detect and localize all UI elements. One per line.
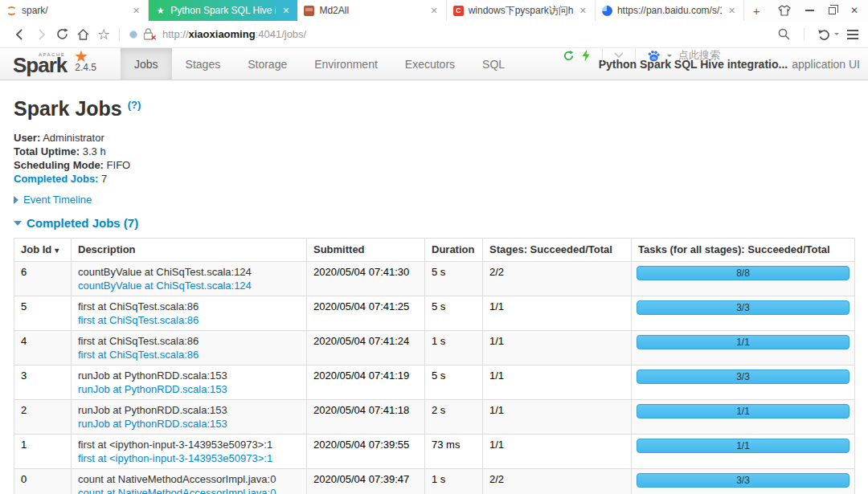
job-description-link[interactable]: runJob at PythonRDD.scala:153 [78,382,300,396]
home-button[interactable] [72,24,93,45]
job-id-cell: 1 [14,435,72,469]
site-info-icon[interactable] [129,31,137,39]
nav-item-jobs[interactable]: Jobs [121,48,172,80]
undo-caret-icon[interactable] [834,33,839,35]
nav-item-stages[interactable]: Stages [172,48,235,80]
job-submitted-cell: 2020/05/04 07:39:55 [307,435,425,469]
job-description-cell: runJob at PythonRDD.scala:153 runJob at … [72,365,307,400]
baidu-paw-icon[interactable]: du [647,49,661,62]
job-id-cell: 6 [14,262,72,296]
expanded-arrow-icon [14,221,22,226]
event-timeline-toggle[interactable]: Event Timeline [14,194,854,206]
tab-title: spark/ [22,5,126,16]
tasks-progress-bar: 8/8 [637,266,850,280]
job-duration-cell: 5 s [425,365,483,400]
tab-spark-app-active[interactable]: ★ Python Spark SQL Hive integ ✕ [149,0,297,21]
page-title: Spark Jobs (?) [14,97,854,120]
job-description-link[interactable]: first at <ipython-input-3-143953e50973>:… [78,451,300,465]
divider [635,49,636,62]
header-description[interactable]: Description [72,239,307,262]
spark-logo[interactable]: APACHE Spark ★ 2.4.5 [0,48,121,80]
job-duration-cell: 5 s [425,296,483,331]
job-duration-cell: 2 s [425,400,483,435]
tasks-progress-bar: 3/3 [637,300,850,315]
completed-jobs-link[interactable]: Completed Jobs: [14,173,98,185]
job-description-link[interactable]: first at ChiSqTest.scala:86 [78,348,300,361]
chevron-down-icon[interactable] [614,52,624,59]
tab-close-icon[interactable]: ✕ [578,6,588,16]
header-job-id[interactable]: Job Id▾ [14,239,72,262]
tab-baidu-pan[interactable]: https://pan.baidu.com/s/1XI ✕ [596,0,744,21]
undo-history-icon[interactable] [817,28,839,41]
new-tab-button[interactable]: + [744,0,768,21]
url-path: :4041/jobs/ [256,28,307,40]
tasks-progress-bar: 1/1 [637,439,850,453]
refresh-button[interactable] [51,24,72,45]
info-total-uptime: Total Uptime: 3.3 h [14,145,854,158]
job-description-cell: count at NativeMethodAccessorImpl.java:0… [72,469,307,494]
back-button[interactable] [10,24,31,45]
job-row: 0 count at NativeMethodAccessorImpl.java… [14,469,855,494]
job-row: 3 runJob at PythonRDD.scala:153 runJob a… [14,365,855,400]
job-row: 6 countByValue at ChiSqTest.scala:124 co… [14,262,855,296]
speed-bolt-icon[interactable] [581,49,591,62]
job-id-cell: 2 [14,400,72,435]
job-description-cell: runJob at PythonRDD.scala:153 runJob at … [72,400,307,435]
header-tasks[interactable]: Tasks (for all stages): Succeeded/Total [632,239,855,262]
job-description-link[interactable]: first at ChiSqTest.scala:86 [78,313,300,327]
translate-refresh-icon[interactable] [563,50,575,62]
baidu-caret-icon[interactable] [667,55,672,57]
nav-item-storage[interactable]: Storage [234,48,301,80]
completed-jobs-section-toggle[interactable]: Completed Jobs (7) [14,216,854,230]
tab-csdn[interactable]: C windows下pyspark访问hive所 ✕ [447,0,596,21]
job-tasks-cell: 3/3 [632,365,855,400]
close-window-button[interactable]: ✕ [850,5,858,16]
job-stages-cell: 2/2 [483,469,632,494]
url-host: xiaoxiaoming [189,28,256,40]
nav-item-sql[interactable]: SQL [469,48,518,80]
tab-close-icon[interactable]: ✕ [131,6,141,16]
baidu-pan-favicon-icon [602,6,612,16]
search-icon[interactable] [777,27,791,41]
job-stages-cell: 1/1 [483,331,632,365]
skin-theme-icon[interactable] [778,5,791,16]
minimize-button[interactable] [805,10,814,11]
search-hint[interactable]: 点此搜索 [678,48,720,63]
address-bar-middle-tools: du 点此搜索 [563,42,720,69]
url-zone[interactable]: ✕ http://xiaoxiaoming:4041/jobs/ [129,28,306,40]
help-link[interactable]: (?) [128,99,141,111]
collapsed-arrow-icon [14,196,18,204]
nav-item-executors[interactable]: Executors [391,48,469,80]
job-stages-cell: 1/1 [483,365,632,400]
spark-navbar: APACHE Spark ★ 2.4.5 Jobs Stages Storage… [0,48,868,80]
job-duration-cell: 1 s [425,469,483,494]
job-id-cell: 3 [14,365,72,400]
restore-button[interactable] [829,7,836,14]
header-submitted[interactable]: Submitted [307,239,425,262]
tab-close-icon[interactable]: ✕ [280,6,291,16]
job-description-link[interactable]: runJob at PythonRDD.scala:153 [78,417,300,431]
header-stages[interactable]: Stages: Succeeded/Total [483,239,632,262]
tab-close-icon[interactable]: ✕ [428,6,439,16]
header-duration[interactable]: Duration [425,239,483,262]
tab-spark[interactable]: spark/ ✕ [0,0,149,21]
bookmark-star-icon[interactable]: ☆ [93,24,114,45]
job-id-cell: 4 [14,331,72,365]
job-description-link[interactable]: countByValue at ChiSqTest.scala:124 [78,279,300,292]
menu-hamburger-icon[interactable] [847,30,858,39]
address-bar-right-tools [777,27,858,41]
page-content: Spark Jobs (?) User: Administrator Total… [0,97,868,494]
job-description-text: first at ChiSqTest.scala:86 [78,300,300,313]
job-description-link[interactable]: count at NativeMethodAccessorImpl.java:0 [78,486,300,494]
job-description-text: countByValue at ChiSqTest.scala:124 [78,265,300,279]
info-user: User: Administrator [14,131,854,145]
nav-item-environment[interactable]: Environment [301,48,391,80]
insecure-lock-icon[interactable]: ✕ [143,28,154,40]
job-stages-cell: 2/2 [483,262,632,296]
tab-md2all[interactable]: Md2All ✕ [297,0,446,21]
url-text[interactable]: http://xiaoxiaoming:4041/jobs/ [162,28,306,40]
forward-button[interactable] [31,24,51,45]
md2all-favicon-icon [304,6,314,16]
tab-title: Python Spark SQL Hive integ [170,5,276,16]
tab-close-icon[interactable]: ✕ [727,6,737,16]
